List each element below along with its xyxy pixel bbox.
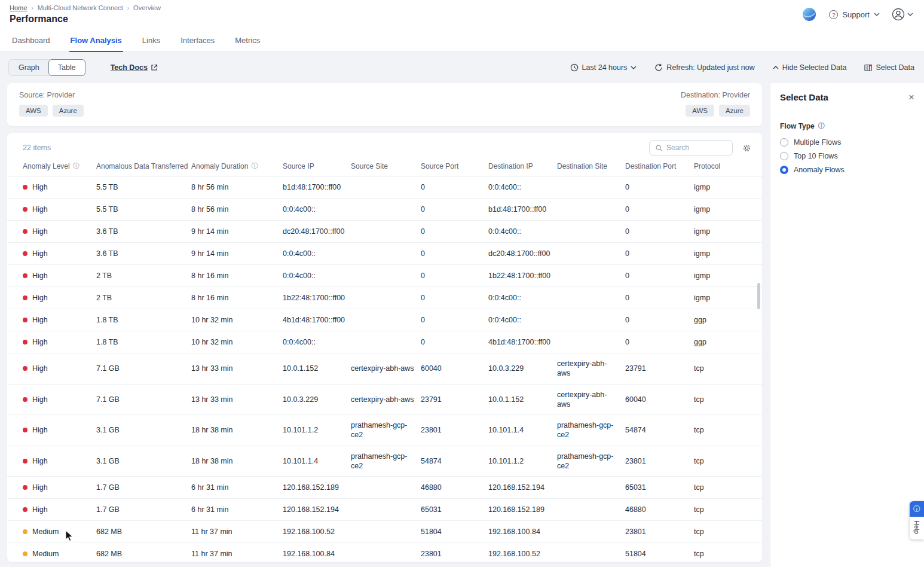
table-row[interactable]: High1.7 GB6 hr 31 min120.168.152.1894688…	[7, 477, 762, 499]
cell-anomaly-level: High	[23, 358, 96, 379]
cell-duration: 18 hr 38 min	[191, 451, 283, 471]
breadcrumb-home[interactable]: Home	[10, 4, 27, 11]
severity-dot	[23, 529, 27, 534]
search-input[interactable]	[666, 144, 726, 152]
cell-src-ip: 1b22:48:1700::ff00	[283, 288, 351, 308]
table-row[interactable]: Medium682 MB11 hr 37 min192.168.100.8423…	[7, 543, 762, 562]
table-row[interactable]: High2 TB8 hr 16 min0:0:4c00::01b22:48:17…	[7, 265, 762, 287]
info-icon[interactable]: ⓘ	[251, 161, 258, 170]
cell-src-port: 0	[421, 199, 488, 220]
cell-src-port: 23801	[421, 544, 488, 562]
gear-icon[interactable]	[742, 144, 751, 153]
cell-dst-port: 51804	[625, 544, 694, 562]
cell-protocol: igmp	[694, 243, 756, 264]
cell-dst-ip: 120.168.152.189	[488, 499, 557, 520]
severity-dot	[23, 366, 27, 371]
cell-data: 1.8 TB	[96, 332, 191, 352]
flow-type-option-top-10-flows[interactable]: Top 10 Flows	[780, 152, 914, 160]
search-box[interactable]	[649, 140, 733, 156]
table-row[interactable]: High5.5 TB8 hr 56 min0:0:4c00::0b1d:48:1…	[7, 199, 762, 221]
radio-icon[interactable]	[780, 166, 788, 174]
cell-duration: 8 hr 56 min	[191, 199, 283, 220]
tab-interfaces[interactable]: Interfaces	[179, 28, 216, 52]
chevron-up-icon	[773, 66, 779, 69]
tab-dashboard[interactable]: Dashboard	[11, 28, 51, 52]
provider-chip-aws[interactable]: AWS	[686, 105, 714, 117]
destination-provider-group: Destination: Provider AWSAzure	[681, 91, 750, 117]
cell-protocol: ggp	[694, 310, 756, 330]
items-count: 22 items	[23, 144, 51, 152]
breadcrumb-overview: Overview	[133, 4, 161, 11]
severity-dot	[23, 251, 27, 256]
cell-anomaly-level: High	[23, 199, 96, 220]
table-row[interactable]: High3.1 GB18 hr 38 min10.101.1.2prathame…	[7, 415, 762, 446]
provider-chip-azure[interactable]: Azure	[53, 105, 84, 117]
cell-dst-site: certexpiry-abh-aws	[557, 353, 625, 384]
table-row[interactable]: High3.6 TB9 hr 14 min0:0:4c00::0dc20:48:…	[7, 243, 762, 265]
cell-dst-port: 23791	[625, 358, 694, 379]
cell-data: 1.8 TB	[96, 310, 191, 330]
chevron-down-icon	[631, 66, 637, 69]
cell-duration: 9 hr 14 min	[191, 243, 283, 264]
table-column-headers: Anomaly LevelⓘAnomalous Data Transferred…	[7, 161, 762, 176]
help-widget[interactable]: ⓘ Help	[910, 501, 924, 539]
radio-icon[interactable]	[780, 152, 788, 160]
cell-duration: 6 hr 31 min	[191, 477, 283, 498]
flow-type-option-anomaly-flows[interactable]: Anomaly Flows	[780, 166, 914, 174]
cell-src-site	[351, 204, 421, 215]
info-icon[interactable]: ⓘ	[818, 121, 825, 130]
severity-dot	[23, 340, 27, 345]
table-row[interactable]: High2 TB8 hr 16 min1b22:48:1700::ff0000:…	[7, 287, 762, 309]
chevron-down-icon	[907, 13, 913, 16]
breadcrumb-multi-cloud-network-connect[interactable]: Multi-Cloud Network Connect	[38, 4, 123, 11]
column-header-destination-ip: Destination IP	[488, 161, 557, 170]
cell-protocol: tcp	[694, 358, 756, 379]
cell-src-site	[351, 337, 421, 347]
tab-links[interactable]: Links	[141, 28, 161, 52]
provider-chip-aws[interactable]: AWS	[19, 105, 48, 117]
help-label: Help	[913, 520, 920, 534]
cell-dst-port: 0	[625, 266, 694, 286]
cell-protocol: tcp	[694, 499, 756, 520]
chevron-down-icon	[874, 13, 880, 16]
support-button[interactable]: ? Support	[829, 10, 880, 19]
cell-dst-ip: 10.0.1.152	[488, 389, 557, 410]
graph-view-button[interactable]: Graph	[9, 60, 49, 75]
table-row[interactable]: High1.8 TB10 hr 32 min0:0:4c00::04b1d:48…	[7, 331, 762, 353]
column-header-source-site: Source Site	[351, 161, 421, 170]
hide-selected-data-button[interactable]: Hide Selected Data	[773, 63, 847, 72]
table-row[interactable]: High7.1 GB13 hr 33 min10.0.1.152certexpi…	[7, 353, 762, 385]
table-row[interactable]: Medium682 MB11 hr 37 min192.168.100.5251…	[7, 521, 762, 543]
provider-chip-azure[interactable]: Azure	[719, 105, 750, 117]
radio-icon[interactable]	[780, 138, 788, 147]
cell-dst-site	[557, 204, 625, 215]
refresh-button[interactable]: Refresh: Updated just now	[654, 63, 754, 72]
tab-flow-analysis[interactable]: Flow Analysis	[69, 28, 123, 52]
cell-dst-site	[557, 292, 625, 303]
cell-dst-site: prathamesh-gcp-ce2	[557, 415, 625, 446]
table-row[interactable]: High3.1 GB18 hr 38 min10.101.1.4prathame…	[7, 446, 762, 477]
cell-anomaly-level: High	[23, 332, 96, 352]
table-row[interactable]: High1.8 TB10 hr 32 min4b1d:48:1700::ff00…	[7, 309, 762, 331]
account-menu[interactable]	[892, 8, 913, 21]
column-header-anomalous-data-transferred: Anomalous Data Transferred	[96, 161, 191, 170]
table-row[interactable]: High5.5 TB8 hr 56 minb1d:48:1700::ff0000…	[7, 176, 762, 199]
cell-duration: 10 hr 32 min	[191, 310, 283, 330]
table-row[interactable]: High3.6 TB9 hr 14 mindc20:48:1700::ff000…	[7, 221, 762, 243]
select-data-title: Select Data	[780, 92, 828, 102]
cell-src-ip: 10.101.1.4	[283, 451, 351, 471]
table-row[interactable]: High7.1 GB13 hr 33 min10.0.3.229certexpi…	[7, 385, 762, 416]
flow-type-option-multiple-flows[interactable]: Multiple Flows	[780, 138, 914, 147]
tab-metrics[interactable]: Metrics	[234, 28, 261, 52]
select-data-panel: Select Data × Flow Type ⓘ Multiple Flows…	[770, 83, 924, 567]
close-icon[interactable]: ×	[908, 92, 914, 102]
info-icon[interactable]: ⓘ	[73, 161, 79, 170]
table-scrollbar[interactable]	[757, 283, 760, 309]
cell-dst-site	[557, 482, 625, 493]
table-view-button[interactable]: Table	[48, 59, 85, 76]
table-row[interactable]: High1.7 GB6 hr 31 min120.168.152.1946503…	[7, 499, 762, 521]
tech-docs-link[interactable]: Tech Docs	[111, 63, 158, 72]
cell-dst-ip: 0:0:4c00::	[488, 221, 557, 242]
select-data-button[interactable]: Select Data	[864, 63, 914, 72]
time-range-select[interactable]: Last 24 hours	[570, 63, 637, 72]
